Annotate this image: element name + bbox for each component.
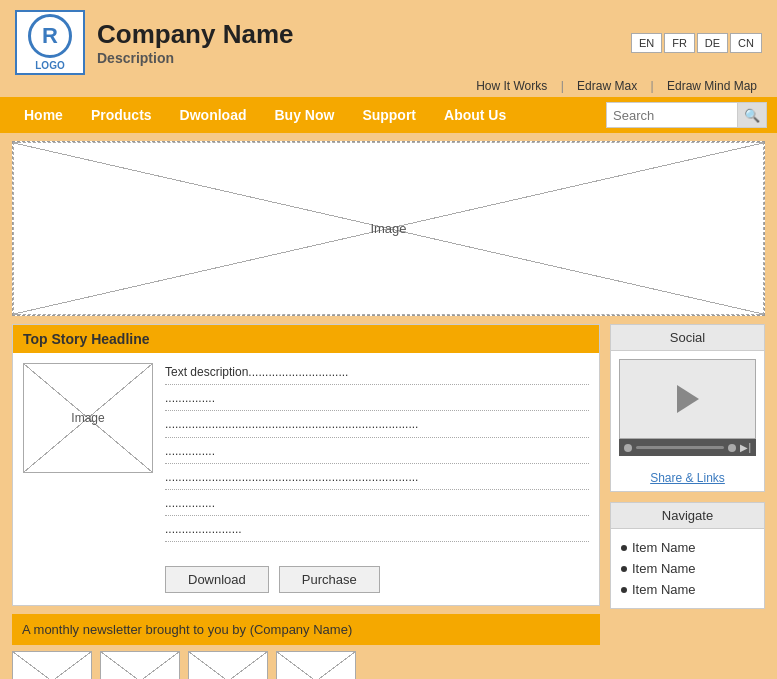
top-story: Top Story Headline Image Text descriptio… (12, 324, 600, 606)
story-line-3: ........................................… (165, 415, 589, 437)
bullet-icon (621, 566, 627, 572)
top-story-header: Top Story Headline (13, 325, 599, 353)
company-info: Company Name Description (97, 19, 294, 66)
nav-item-2[interactable]: Item Name (632, 561, 696, 576)
volume-icon: ▶| (740, 442, 751, 453)
play-control-icon[interactable] (624, 444, 632, 452)
thumbnail-1 (12, 651, 92, 679)
lang-fr[interactable]: FR (664, 33, 695, 53)
logo-box: R LOGO (15, 10, 85, 75)
video-player: ▶| (611, 351, 764, 464)
sub-nav-edraw-mind-map[interactable]: Edraw Mind Map (667, 79, 757, 93)
lang-en[interactable]: EN (631, 33, 662, 53)
lang-cn[interactable]: CN (730, 33, 762, 53)
story-text: Text description........................… (165, 363, 589, 546)
story-line-1: Text description........................… (165, 363, 589, 385)
download-button[interactable]: Download (165, 566, 269, 593)
nav-home[interactable]: Home (10, 97, 77, 133)
search-input[interactable] (607, 106, 737, 125)
nav-support[interactable]: Support (348, 97, 430, 133)
seek-icon[interactable] (728, 444, 736, 452)
sub-nav-how-it-works[interactable]: How It Works (476, 79, 547, 93)
top-story-body: Image Text description..................… (13, 353, 599, 556)
bullet-icon (621, 587, 627, 593)
video-controls: ▶| (619, 439, 756, 456)
story-line-7: ....................... (165, 520, 589, 542)
thumbnail-2 (100, 651, 180, 679)
navigate-list: Item Name Item Name Item Name (611, 529, 764, 608)
search-box: 🔍 (606, 102, 767, 128)
list-item: Item Name (621, 579, 754, 600)
main-nav: Home Products Dwonload Buy Now Support A… (0, 97, 777, 133)
nav-item-3[interactable]: Item Name (632, 582, 696, 597)
story-line-4: ............... (165, 442, 589, 464)
video-screen (619, 359, 756, 439)
logo-r-icon: R (28, 14, 72, 58)
progress-bar[interactable] (636, 446, 724, 449)
social-header: Social (611, 325, 764, 351)
logo-area: R LOGO Company Name Description (15, 10, 294, 75)
social-section: Social ▶| Share & Links (610, 324, 765, 492)
story-line-6: ............... (165, 494, 589, 516)
navigate-header: Navigate (611, 503, 764, 529)
lang-de[interactable]: DE (697, 33, 728, 53)
story-line-2: ............... (165, 389, 589, 411)
share-links-button[interactable]: Share & Links (650, 471, 725, 485)
story-buttons: Download Purchase (13, 556, 599, 605)
thumbnail-row (12, 651, 600, 679)
story-image-label: Image (71, 411, 104, 425)
list-item: Item Name (621, 537, 754, 558)
list-item: Item Name (621, 558, 754, 579)
thumbnail-4 (276, 651, 356, 679)
sub-nav: How It Works | Edraw Max | Edraw Mind Ma… (0, 75, 777, 97)
navigate-section: Navigate Item Name Item Name Item Name (610, 502, 765, 609)
story-line-5: ........................................… (165, 468, 589, 490)
nav-buy-now[interactable]: Buy Now (260, 97, 348, 133)
purchase-button[interactable]: Purchase (279, 566, 380, 593)
banner-image: Image (12, 141, 765, 316)
header: R LOGO Company Name Description EN FR DE… (0, 0, 777, 75)
lang-buttons: EN FR DE CN (631, 33, 762, 53)
nav-products[interactable]: Products (77, 97, 166, 133)
company-description: Description (97, 50, 294, 66)
nav-about-us[interactable]: About Us (430, 97, 520, 133)
bullet-icon (621, 545, 627, 551)
company-name: Company Name (97, 19, 294, 50)
sidebar: Social ▶| Share & Links Navigate (610, 324, 765, 679)
banner-label: Image (370, 221, 406, 236)
sub-nav-edraw-max[interactable]: Edraw Max (577, 79, 637, 93)
main-content: Top Story Headline Image Text descriptio… (12, 324, 600, 679)
search-button[interactable]: 🔍 (737, 103, 766, 127)
nav-download[interactable]: Dwonload (166, 97, 261, 133)
newsletter-banner: A monthly newsletter brought to you by (… (12, 614, 600, 645)
play-icon[interactable] (677, 385, 699, 413)
thumbnail-3 (188, 651, 268, 679)
logo-label: LOGO (35, 60, 64, 71)
story-image: Image (23, 363, 153, 473)
content-area: Top Story Headline Image Text descriptio… (12, 324, 765, 679)
share-links-area: Share & Links (611, 464, 764, 491)
nav-item-1[interactable]: Item Name (632, 540, 696, 555)
